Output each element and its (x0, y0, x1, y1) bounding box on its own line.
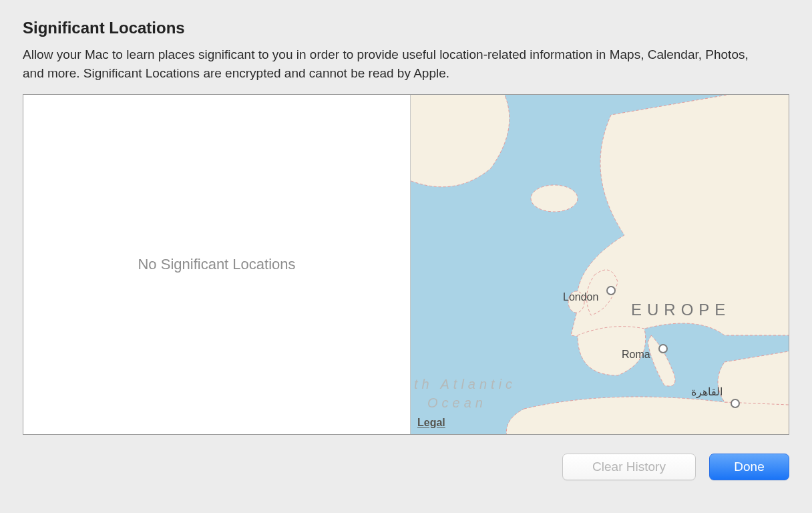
city-label-cairo: القاهرة (691, 386, 723, 398)
city-dot-cairo (731, 399, 739, 407)
button-row: Clear History Done (23, 454, 789, 480)
ocean-label-line2: Ocean (427, 395, 487, 410)
city-dot-roma (659, 345, 667, 353)
done-button[interactable]: Done (709, 454, 789, 480)
city-label-roma: Roma (622, 349, 650, 360)
city-label-london: London (563, 291, 598, 303)
legal-link[interactable]: Legal (417, 417, 445, 429)
clear-history-button[interactable]: Clear History (562, 454, 696, 480)
map-pane[interactable]: th Atlantic Ocean EUROPE London Roma الق… (411, 95, 789, 434)
map-icon: th Atlantic Ocean EUROPE London Roma الق… (411, 95, 789, 434)
ocean-label-line1: th Atlantic (414, 377, 516, 391)
locations-list-pane: No Significant Locations (23, 95, 411, 434)
svg-point-0 (531, 185, 578, 212)
empty-state-label: No Significant Locations (138, 256, 295, 273)
continent-label: EUROPE (631, 301, 731, 319)
significant-locations-panel: Significant Locations Allow your Mac to … (0, 0, 812, 480)
city-dot-london (607, 287, 615, 295)
page-description: Allow your Mac to learn places significa… (23, 45, 771, 82)
page-title: Significant Locations (23, 19, 789, 37)
locations-content-box: No Significant Locations (23, 94, 789, 435)
